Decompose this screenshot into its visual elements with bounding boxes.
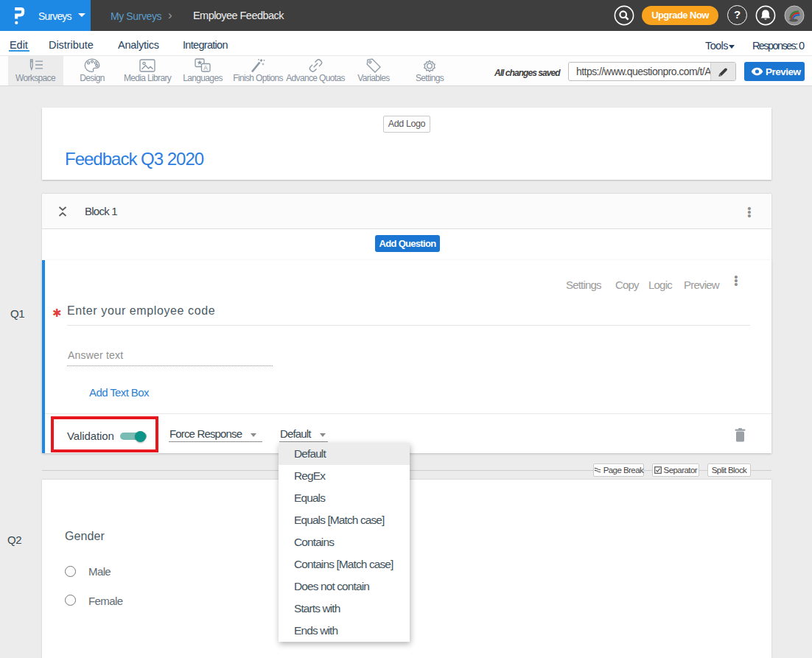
svg-text:A: A: [203, 64, 208, 71]
